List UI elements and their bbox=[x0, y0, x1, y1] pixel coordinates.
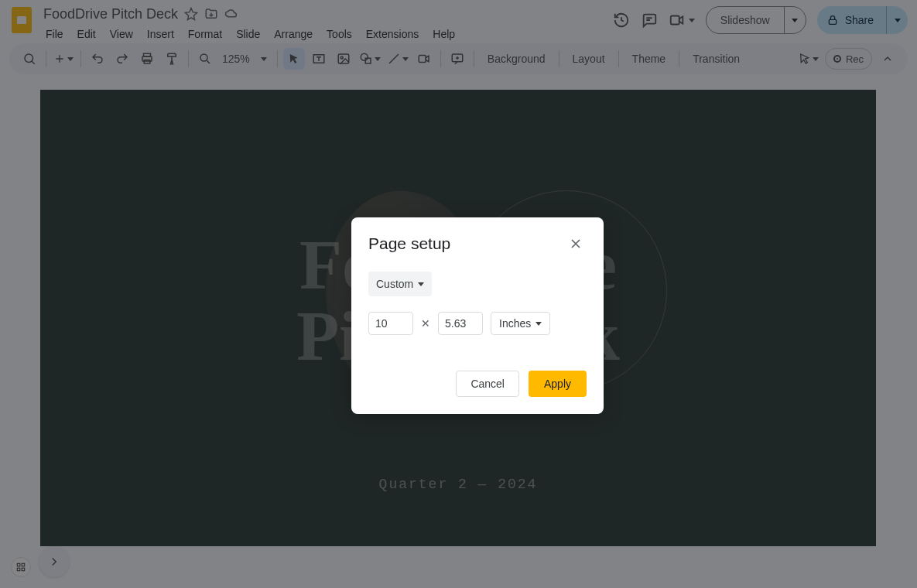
units-select[interactable]: Inches bbox=[491, 312, 550, 335]
page-setup-dialog: Page setup Custom ✕ Inches Cancel Apply bbox=[351, 217, 604, 414]
close-button[interactable] bbox=[565, 233, 587, 255]
dimension-separator: ✕ bbox=[421, 317, 430, 330]
apply-button[interactable]: Apply bbox=[529, 371, 587, 397]
cancel-button[interactable]: Cancel bbox=[456, 371, 519, 397]
close-icon bbox=[568, 236, 583, 251]
dialog-title: Page setup bbox=[368, 234, 450, 253]
app-root: FoodDrive Pitch Deck File Edit View bbox=[0, 0, 917, 588]
chevron-down-icon bbox=[418, 282, 424, 286]
units-value: Inches bbox=[499, 317, 531, 330]
chevron-down-icon bbox=[535, 322, 542, 326]
preset-value: Custom bbox=[376, 278, 413, 290]
height-input[interactable] bbox=[438, 312, 483, 335]
aspect-preset-select[interactable]: Custom bbox=[368, 272, 432, 296]
width-input[interactable] bbox=[368, 312, 413, 335]
